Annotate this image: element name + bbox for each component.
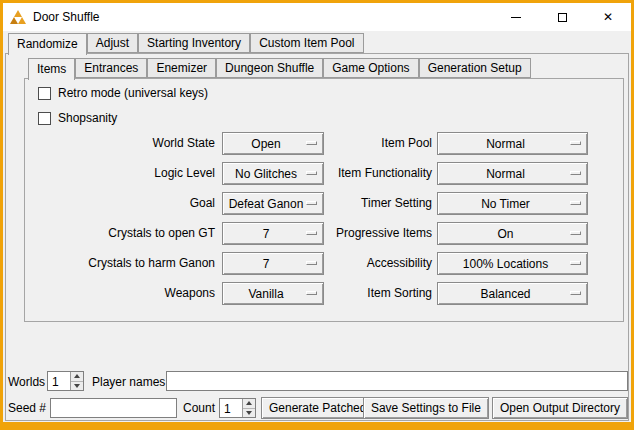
caption-buttons: ✕ xyxy=(493,3,631,31)
timer-setting-dropdown[interactable]: No Timer xyxy=(437,192,588,215)
dropdown-value: 100% Locations xyxy=(438,257,587,271)
retro-mode-checkbox-row: Retro mode (universal keys) xyxy=(38,86,208,100)
item-functionality-label: Item Functionality xyxy=(232,166,432,180)
spin-down-button[interactable] xyxy=(243,408,255,418)
arrow-up-icon xyxy=(246,401,252,405)
tab-custom-item-pool[interactable]: Custom Item Pool xyxy=(250,33,363,53)
dropdown-indicator-icon xyxy=(570,291,581,295)
retro-mode-label: Retro mode (universal keys) xyxy=(58,86,208,100)
progressive-items-dropdown[interactable]: On xyxy=(437,222,588,245)
dropdown-value: No Timer xyxy=(438,197,587,211)
main-tab-bar: Randomize Adjust Starting Inventory Cust… xyxy=(8,33,364,54)
open-output-directory-button[interactable]: Open Output Directory xyxy=(492,397,628,419)
shopsanity-checkbox-row: Shopsanity xyxy=(38,111,117,125)
weapons-label: Weapons xyxy=(15,286,215,300)
item-sorting-label: Item Sorting xyxy=(232,286,432,300)
maximize-icon xyxy=(558,13,567,22)
logic-level-label: Logic Level xyxy=(15,166,215,180)
tab-enemizer[interactable]: Enemizer xyxy=(147,58,216,78)
count-label: Count xyxy=(183,401,215,415)
tab-label: Entrances xyxy=(84,61,138,75)
tab-game-options[interactable]: Game Options xyxy=(323,58,418,78)
tab-label: Generation Setup xyxy=(428,61,522,75)
output-buttons: Save Settings to File Open Output Direct… xyxy=(363,397,628,419)
minimize-button[interactable] xyxy=(493,3,539,31)
worlds-label: Worlds xyxy=(8,375,45,389)
seed-label: Seed # xyxy=(8,401,46,415)
spin-arrows xyxy=(70,372,83,390)
seed-input[interactable] xyxy=(50,398,177,418)
close-button[interactable]: ✕ xyxy=(585,3,631,31)
dropdown-indicator-icon xyxy=(570,141,581,145)
dropdown-indicator-icon xyxy=(570,231,581,235)
item-sorting-dropdown[interactable]: Balanced xyxy=(437,282,588,305)
app-icon xyxy=(10,9,26,25)
timer-setting-label: Timer Setting xyxy=(232,196,432,210)
minimize-icon xyxy=(511,17,521,18)
shopsanity-checkbox[interactable] xyxy=(38,112,51,125)
crystals-gt-label: Crystals to open GT xyxy=(15,226,215,240)
tab-label: Game Options xyxy=(332,61,409,75)
tab-label: Randomize xyxy=(17,37,78,51)
goal-label: Goal xyxy=(15,196,215,210)
door-shuffle-window: Door Shuffle ✕ Randomize Adjust Starting… xyxy=(0,0,634,430)
tab-entrances[interactable]: Entrances xyxy=(75,58,147,78)
spin-down-button[interactable] xyxy=(71,381,83,391)
progressive-items-label: Progressive Items xyxy=(232,226,432,240)
tab-randomize[interactable]: Randomize xyxy=(8,33,87,55)
arrow-up-icon xyxy=(74,374,80,378)
tab-label: Enemizer xyxy=(156,61,207,75)
accessibility-dropdown[interactable]: 100% Locations xyxy=(437,252,588,275)
player-names-label: Player names xyxy=(92,375,165,389)
tab-items[interactable]: Items xyxy=(28,58,75,80)
tab-label: Custom Item Pool xyxy=(259,36,354,50)
arrow-down-icon xyxy=(74,384,80,388)
spin-up-button[interactable] xyxy=(71,372,83,381)
spin-up-button[interactable] xyxy=(243,399,255,408)
dropdown-value: On xyxy=(438,227,587,241)
dropdown-value: Balanced xyxy=(438,287,587,301)
tab-starting-inventory[interactable]: Starting Inventory xyxy=(138,33,250,53)
world-state-label: World State xyxy=(15,136,215,150)
item-pool-label: Item Pool xyxy=(232,136,432,150)
count-value: 1 xyxy=(220,399,242,417)
tab-label: Dungeon Shuffle xyxy=(225,61,314,75)
accessibility-label: Accessibility xyxy=(232,256,432,270)
player-names-input[interactable] xyxy=(166,371,628,391)
sub-tab-bar: Items Entrances Enemizer Dungeon Shuffle… xyxy=(28,58,531,79)
tab-adjust[interactable]: Adjust xyxy=(87,33,138,53)
dropdown-indicator-icon xyxy=(570,201,581,205)
tab-label: Items xyxy=(37,62,66,76)
tab-generation-setup[interactable]: Generation Setup xyxy=(419,58,531,78)
titlebar[interactable]: Door Shuffle ✕ xyxy=(3,3,631,31)
dropdown-indicator-icon xyxy=(570,261,581,265)
arrow-down-icon xyxy=(246,411,252,415)
window-title: Door Shuffle xyxy=(33,10,100,24)
retro-mode-checkbox[interactable] xyxy=(38,87,51,100)
worlds-value: 1 xyxy=(48,372,70,390)
tab-dungeon-shuffle[interactable]: Dungeon Shuffle xyxy=(216,58,323,78)
shopsanity-label: Shopsanity xyxy=(58,111,117,125)
count-spinbox[interactable]: 1 xyxy=(219,398,256,418)
dropdown-indicator-icon xyxy=(570,171,581,175)
tab-label: Starting Inventory xyxy=(147,36,241,50)
crystals-ganon-label: Crystals to harm Ganon xyxy=(15,256,215,270)
spin-arrows xyxy=(242,399,255,417)
dropdown-value: Normal xyxy=(438,137,587,151)
save-settings-button[interactable]: Save Settings to File xyxy=(363,397,489,419)
item-functionality-dropdown[interactable]: Normal xyxy=(437,162,588,185)
worlds-spinbox[interactable]: 1 xyxy=(47,371,84,391)
item-pool-dropdown[interactable]: Normal xyxy=(437,132,588,155)
maximize-button[interactable] xyxy=(539,3,585,31)
dropdown-value: Normal xyxy=(438,167,587,181)
tab-label: Adjust xyxy=(96,36,129,50)
close-icon: ✕ xyxy=(603,11,613,23)
